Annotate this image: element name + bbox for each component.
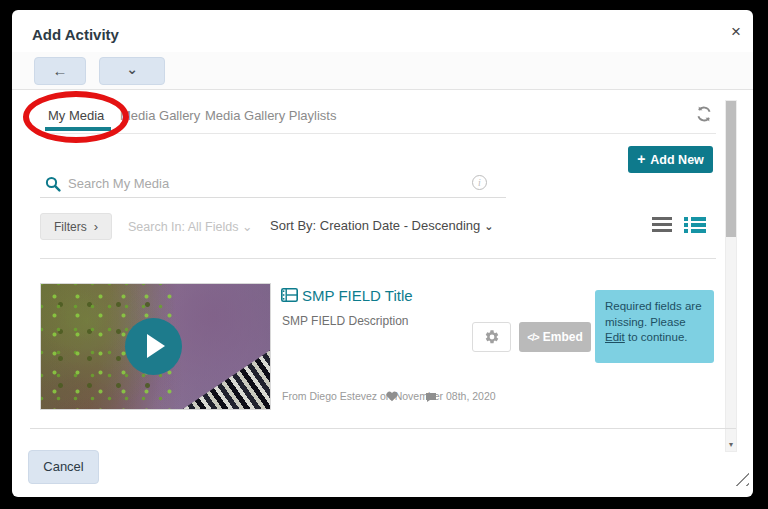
- media-thumbnail[interactable]: [40, 283, 271, 410]
- tab-media-gallery-playlists[interactable]: Media Gallery Playlists: [205, 108, 337, 123]
- comments-bubble-icon: [425, 389, 437, 407]
- search-icon: [45, 176, 61, 196]
- cancel-button[interactable]: Cancel: [28, 450, 99, 484]
- collapsed-view-icon[interactable]: [652, 217, 672, 232]
- footer-divider: [30, 428, 736, 429]
- tab-media-gallery[interactable]: Media Gallery: [120, 108, 200, 123]
- tab-my-media[interactable]: My Media: [48, 108, 104, 123]
- edit-link[interactable]: Edit: [605, 331, 625, 343]
- resize-handle[interactable]: [735, 472, 749, 486]
- search-bar: i: [40, 170, 506, 198]
- list-divider: [40, 258, 716, 259]
- embed-button[interactable]: </>Embed: [519, 322, 591, 352]
- notice-text-after: to continue.: [625, 331, 688, 343]
- notice-text-before: Required fields are missing. Please: [605, 300, 702, 328]
- likes-heart-icon: [386, 388, 398, 406]
- tab-bar: My Media Media Gallery Media Gallery Pla…: [12, 90, 753, 134]
- embed-label: Embed: [543, 330, 583, 344]
- plus-icon: +: [637, 151, 645, 167]
- search-input[interactable]: [68, 172, 468, 194]
- video-media-type-icon: [281, 288, 298, 306]
- back-button[interactable]: ←: [34, 57, 86, 85]
- gear-icon: [484, 331, 500, 348]
- tabs-divider: [40, 133, 716, 134]
- add-new-button[interactable]: +Add New: [628, 146, 713, 173]
- back-arrow-icon: ←: [53, 62, 68, 79]
- detailed-view-icon[interactable]: [684, 216, 706, 233]
- close-icon[interactable]: ×: [724, 20, 748, 44]
- active-tab-underline: [45, 127, 111, 131]
- media-settings-button[interactable]: [472, 322, 511, 352]
- screenshot-frame: Add Activity × ← ⌄ My Media Media Galler…: [0, 0, 768, 509]
- play-button-icon[interactable]: [125, 318, 182, 375]
- scrollbar-thumb[interactable]: [726, 101, 736, 237]
- filters-button[interactable]: Filters›: [40, 213, 112, 240]
- search-in-dropdown[interactable]: Search In: All Fields ⌄: [128, 219, 252, 234]
- sort-by-dropdown[interactable]: Sort By: Creation Date - Descending⌄: [270, 218, 494, 233]
- lms-toolbar: ← ⌄: [12, 52, 753, 90]
- required-fields-notice: Required fields are missing. Please Edit…: [595, 290, 714, 363]
- filters-label: Filters: [54, 220, 87, 234]
- thumbnail-corner-detail: [180, 349, 271, 410]
- info-icon: i: [472, 175, 487, 190]
- chevron-right-icon: ›: [94, 219, 98, 234]
- sort-by-label: Sort By: Creation Date - Descending: [270, 218, 480, 233]
- scrollbar-track[interactable]: ▾: [725, 100, 737, 452]
- chevron-down-icon: ⌄: [126, 61, 138, 77]
- add-activity-modal: Add Activity × ← ⌄ My Media Media Galler…: [12, 10, 753, 497]
- refresh-icon[interactable]: [695, 105, 713, 123]
- modal-title: Add Activity: [32, 26, 119, 43]
- caret-down-icon: ⌄: [484, 220, 493, 232]
- media-description: SMP FIELD Description: [282, 314, 409, 328]
- scrollbar-down-arrow[interactable]: ▾: [726, 438, 736, 451]
- view-toggles: [652, 216, 722, 234]
- code-icon: </>: [527, 332, 538, 343]
- media-title-link[interactable]: SMP FIELD Title: [302, 287, 413, 304]
- add-new-label: Add New: [650, 153, 703, 167]
- dropdown-button[interactable]: ⌄: [99, 57, 165, 85]
